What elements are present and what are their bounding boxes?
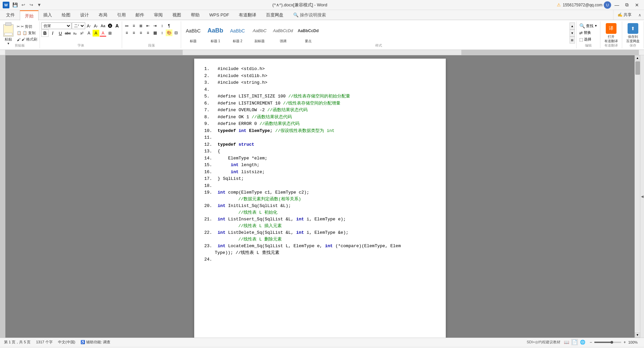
zoom-out-button[interactable]: − — [589, 340, 593, 345]
tab-design[interactable]: 设计 — [75, 10, 94, 20]
zoom-level[interactable]: 100% — [628, 340, 640, 344]
scroll-track[interactable] — [635, 61, 640, 332]
tab-mailings[interactable]: 邮件 — [131, 10, 149, 20]
superscript-button[interactable]: x² — [78, 30, 85, 37]
zoom-bar[interactable] — [594, 342, 621, 343]
para-border-button[interactable]: ⊟ — [173, 29, 179, 36]
multilevel-button[interactable]: ≣ — [138, 22, 144, 29]
doc-scroll[interactable]: 1. #include <stdio.h> 2. #include <stdli… — [5, 55, 635, 338]
account-area: ⚠ 1556175972@qq.com U — [557, 1, 611, 9]
border-button[interactable]: ⊞ — [107, 30, 113, 37]
collapse-ribbon-button[interactable]: ∧ — [636, 10, 644, 20]
subscript-button[interactable]: x₂ — [71, 30, 78, 37]
case-button[interactable]: Aa — [100, 22, 106, 29]
tab-home[interactable]: 开始 — [20, 10, 39, 20]
find-icon: 🔍 — [579, 23, 585, 28]
align-center-button[interactable]: ≡ — [130, 29, 137, 36]
show-marks-button[interactable]: ¶ — [166, 22, 172, 29]
scroll-down-button[interactable]: ▼ — [635, 332, 640, 338]
redo-button[interactable]: ↪ — [28, 1, 35, 9]
find-group-content: 🔍 查找 ▼ ⇄ 替换 ⬚ 选择 — [578, 22, 599, 44]
tab-translate[interactable]: 有道翻译 — [234, 10, 261, 20]
style-subtitle[interactable]: AaBbC 副标题 — [249, 22, 270, 44]
align-right-button[interactable]: ≡ — [138, 29, 144, 36]
align-left-button[interactable]: ≡ — [123, 29, 130, 36]
paste-button[interactable]: 粘贴 ▼ — [1, 22, 15, 45]
tab-help[interactable]: 帮助 — [186, 10, 205, 20]
tab-wps-pdf[interactable]: WPS PDF — [205, 10, 234, 20]
increase-font-button[interactable]: A↑ — [86, 22, 92, 29]
font-name-select[interactable]: 仿宋 — [41, 22, 71, 29]
web-view-button[interactable]: 🌐 — [579, 339, 586, 345]
zoom-in-button[interactable]: + — [623, 340, 627, 345]
accessibility[interactable]: ♿ 辅助功能: 调查 — [80, 340, 110, 345]
tab-insert[interactable]: 插入 — [39, 10, 57, 20]
column-layout-button[interactable]: ▦ — [152, 29, 158, 36]
style-normal[interactable]: AaBbC 标题 — [182, 22, 204, 44]
restore-button[interactable]: ⧉ — [623, 1, 631, 9]
clipboard-group-content: 粘贴 ▼ ✂ ✂ 剪切 📋 📋 复制 🖌 🖌 格式刷 — [1, 22, 38, 45]
style-strong[interactable]: AaBbCcDd 强调 — [271, 22, 295, 44]
open-translate-button[interactable]: 译 打开有道翻译 — [602, 22, 621, 44]
cut-button[interactable]: ✂ ✂ 剪切 — [16, 24, 38, 29]
read-view-button[interactable]: 📖 — [563, 339, 570, 345]
format-painter-button[interactable]: 🖌 🖌 格式刷 — [16, 37, 38, 42]
find-button[interactable]: 🔍 查找 ▼ — [578, 22, 599, 29]
style-emphasis[interactable]: AaBbCcDd 要点 — [296, 22, 321, 44]
tab-review[interactable]: 审阅 — [149, 10, 168, 20]
share-button[interactable]: ✍ 共享 — [613, 10, 636, 20]
minimize-button[interactable]: — — [612, 1, 621, 9]
translate-group: 译 打开有道翻译 有道翻译 — [600, 21, 622, 48]
text-effect-button[interactable]: A — [86, 30, 92, 37]
account-email[interactable]: 1556175972@qq.com — [563, 3, 602, 7]
highlight-button[interactable]: A — [93, 30, 99, 37]
increase-indent-button[interactable]: ⇥ — [152, 22, 158, 29]
font-color-A-button[interactable]: A — [114, 22, 120, 29]
justify-button[interactable]: ≡ — [145, 29, 151, 36]
undo-button[interactable]: ↩ — [19, 1, 27, 9]
style-h1[interactable]: AaBb 标题 1 — [205, 22, 226, 44]
customize-button[interactable]: ▼ — [36, 1, 43, 9]
page-view-button[interactable]: 📄 — [571, 339, 578, 345]
account-avatar[interactable]: U — [604, 1, 611, 9]
styles-scroll-down[interactable]: ▼ — [570, 29, 575, 37]
font-color-button[interactable]: A — [100, 30, 106, 37]
close-button[interactable]: ✕ — [633, 1, 641, 9]
replace-button[interactable]: ⇄ 替换 — [578, 29, 592, 36]
styles-expand[interactable]: ⊞ — [570, 37, 575, 44]
code-line-14: 14. ElemType *elem; — [204, 155, 436, 162]
line-spacing-button[interactable]: ↕ — [159, 29, 165, 36]
styles-scroll-up[interactable]: ▲ — [570, 22, 575, 29]
scroll-up-button[interactable]: ▲ — [635, 55, 640, 61]
save-to-netdisk-button[interactable]: ⬆ 保存到百度网盘 — [624, 22, 642, 44]
strikethrough-button[interactable]: abc — [64, 30, 71, 37]
decrease-indent-button[interactable]: ⇤ — [145, 22, 151, 29]
tab-file[interactable]: 文件 — [1, 10, 20, 20]
eraser-button[interactable]: 🅐 — [107, 22, 113, 29]
shading-button[interactable]: 🎨 — [166, 29, 172, 36]
tab-draw[interactable]: 绘图 — [57, 10, 75, 20]
tab-layout[interactable]: 布局 — [94, 10, 112, 20]
bold-button[interactable]: B — [41, 29, 49, 37]
tab-view[interactable]: 视图 — [168, 10, 186, 20]
far-right-collapse[interactable]: ◀ — [640, 55, 644, 338]
bullets-button[interactable]: ≔ — [123, 22, 130, 29]
underline-button[interactable]: U — [57, 29, 64, 37]
find-arrow[interactable]: ▼ — [594, 24, 597, 27]
tab-search[interactable]: 🔍 操作说明搜索 — [288, 10, 331, 20]
tab-references[interactable]: 引用 — [112, 10, 131, 20]
sort-button[interactable]: ↕ — [159, 22, 165, 29]
italic-button[interactable]: I — [49, 29, 56, 37]
code-line-24: 24. — [204, 256, 436, 263]
decrease-font-button[interactable]: A↓ — [93, 22, 99, 29]
style-h2[interactable]: AaBbC 标题 2 — [227, 22, 248, 44]
ruler-right-pad — [639, 50, 644, 55]
save-button[interactable]: 💾 — [11, 1, 19, 9]
zoom-thumb[interactable] — [610, 341, 613, 344]
numbering-button[interactable]: ≡ — [130, 22, 137, 29]
scroll-thumb[interactable] — [635, 61, 640, 75]
tab-netdisk[interactable]: 百度网盘 — [261, 10, 288, 20]
copy-button[interactable]: 📋 📋 复制 — [16, 30, 38, 36]
select-button[interactable]: ⬚ 选择 — [578, 36, 593, 43]
font-size-select[interactable]: 二号 — [72, 22, 85, 29]
